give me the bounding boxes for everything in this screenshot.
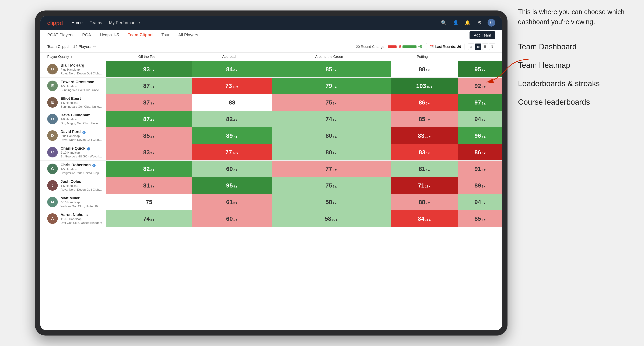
grid-view-button[interactable]: ⊞ [468,43,474,50]
user-icon[interactable]: 👤 [452,19,460,26]
score-value: 80 [326,132,332,139]
player-name: Chris Robertson ✓ [60,163,102,167]
avatar[interactable]: U [488,19,495,26]
score-value: 75 [326,182,332,189]
player-info: David Ford ✓ Plus Handicap Royal North D… [60,130,102,142]
player-name: David Ford ✓ [60,130,102,134]
score-cell-around_green: 853▼ [391,111,458,127]
annotation-item-3: Leaderboards & streaks [518,74,637,93]
nav-link-performance[interactable]: My Performance [109,19,140,26]
table-row[interactable]: A Aaron Nicholls 11-15 Handicap Drift Go… [40,210,502,227]
putting-header[interactable]: Putting — [391,53,458,61]
score-value: 87 [143,82,150,89]
score-cell-off_tee: 846▲ [192,61,272,78]
player-count: 14 Players [73,44,91,49]
score-value: 60 [226,166,233,172]
notification-icon[interactable]: 🔔 [464,19,472,26]
verified-badge: ✓ [92,164,96,167]
off-tee-header[interactable]: Off the Tee — [106,53,192,61]
score-cell-off_tee: 824▲ [192,111,272,127]
player-club: Drift Golf Club, United Kingdom [60,221,102,225]
sub-nav-tour[interactable]: Tour [161,32,170,38]
add-team-button[interactable]: Add Team [470,31,495,39]
player-cell[interactable]: D Dave Billingham 1-5 Handicap Gog Magog… [40,111,106,127]
score-cell-off_tee: 897▲ [192,127,272,144]
table-row[interactable]: E Edward Crossman 1-5 Handicap Sunningda… [40,78,502,94]
table-view-button[interactable]: ▦ [475,43,481,50]
score-cell-quality: 873▼ [106,94,192,111]
player-cell[interactable]: J Josh Coles 1-5 Handicap Royal North De… [40,177,106,194]
player-cell[interactable]: E Edward Crossman 1-5 Handicap Sunningda… [40,78,106,94]
sub-nav-hcaps[interactable]: Hcaps 1-5 [100,32,119,38]
verified-badge: ✓ [82,131,86,134]
column-header-row: Player Quality ▾ Off the Tee — Approach … [40,53,502,61]
settings-view-button[interactable]: ⇅ [489,43,495,50]
player-handicap: 1-5 Handicap [60,184,102,188]
player-cell[interactable]: B Blair McHarg Plus Handicap Royal North… [40,61,106,77]
player-club: St. George's Hill GC - Weybridge - Surre… [60,155,102,158]
score-cell-approach: 753▼ [272,94,390,111]
player-club: Craigmillar Park, United Kingdom [60,172,102,175]
table-row[interactable]: D David Ford ✓ Plus Handicap Royal North… [40,127,502,144]
score-cell-approach: 773▼ [272,161,390,177]
score-cell-off_tee: 601▼ [192,210,272,227]
score-value: 75 [326,99,332,106]
around-green-header[interactable]: Around the Green — [272,53,390,61]
player-info: Dave Billingham 1-5 Handicap Gog Magog G… [60,113,102,125]
tablet-device: clippd Home Teams My Performance 🔍 👤 🔔 ⚙… [35,10,508,336]
player-cell[interactable]: C Charlie Quick ✓ 6-10 Handicap St. Geor… [40,144,106,161]
player-cell[interactable]: E Elliot Ebert 1-5 Handicap Sunningdale … [40,94,106,111]
nav-link-teams[interactable]: Teams [90,19,102,26]
sub-nav-pga[interactable]: PGA [82,32,91,38]
score-cell-putting: 975▲ [458,94,502,111]
player-club: Royal North Devon Golf Club, United King… [60,72,102,75]
table-row[interactable]: E Elliot Ebert 1-5 Handicap Sunningdale … [40,94,502,111]
table-row[interactable]: J Josh Coles 1-5 Handicap Royal North De… [40,177,502,194]
player-cell[interactable]: M Matt Miller 6-10 Handicap Woburn Golf … [40,194,106,210]
player-avatar: B [47,64,58,74]
player-quality-header[interactable]: Player Quality ▾ [40,53,106,61]
team-name: Team Clippd [47,44,68,49]
score-cell-quality: 871▲ [106,78,192,94]
score-value: 80 [326,149,332,156]
player-cell[interactable]: C Chris Robertson ✓ 1-5 Handicap Craigmi… [40,161,106,177]
score-value: 85 [418,116,425,122]
player-name: Dave Billingham [60,113,102,117]
tablet-screen: clippd Home Teams My Performance 🔍 👤 🔔 ⚙… [40,16,502,330]
score-value: 61 [226,199,233,205]
score-cell-quality: 75 [106,194,192,210]
approach-header[interactable]: Approach — [192,53,272,61]
edit-icon[interactable]: ✏ [93,44,96,49]
table-row[interactable]: B Blair McHarg Plus Handicap Royal North… [40,61,502,78]
sub-nav-all-players[interactable]: All Players [178,32,198,38]
list-view-button[interactable]: ☰ [482,43,488,50]
sub-nav-pgat[interactable]: PGAT Players [47,32,74,38]
score-cell-putting: 941▲ [458,111,502,127]
player-cell[interactable]: D David Ford ✓ Plus Handicap Royal North… [40,127,106,144]
sub-nav-team-clippd[interactable]: Team Clippd [128,32,152,38]
search-icon[interactable]: 🔍 [440,19,448,26]
score-value: 79 [326,82,332,89]
table-row[interactable]: D Dave Billingham 1-5 Handicap Gog Magog… [40,111,502,127]
nav-link-home[interactable]: Home [72,19,82,26]
score-cell-off_tee: 7714▼ [192,144,272,161]
score-cell-quality: 748▲ [106,210,192,227]
change-bar: -5 +5 [388,45,422,49]
table-row[interactable]: C Chris Robertson ✓ 1-5 Handicap Craigmi… [40,161,502,177]
score-value: 81 [418,166,425,172]
settings-icon[interactable]: ⚙ [476,19,483,26]
team-name-badge: Team Clippd | 14 Players ✏ [47,44,96,49]
score-value: 94 [474,199,481,205]
table-row[interactable]: C Charlie Quick ✓ 6-10 Handicap St. Geor… [40,144,502,161]
score-cell-around_green: 8421▲ [391,210,458,227]
last-rounds-button[interactable]: 📅 Last Rounds: 20 [426,43,464,50]
range-low: -5 [398,45,401,49]
annotation-area: This is where you can choose which dashb… [518,7,637,111]
score-value: 89 [226,132,233,139]
score-value: 88 [418,66,425,72]
score-value: 93 [143,66,150,72]
player-cell[interactable]: A Aaron Nicholls 11-15 Handicap Drift Go… [40,210,106,227]
positive-bar [402,45,416,48]
score-cell-approach: 5810▲ [272,210,390,227]
table-row[interactable]: M Matt Miller 6-10 Handicap Woburn Golf … [40,194,502,210]
